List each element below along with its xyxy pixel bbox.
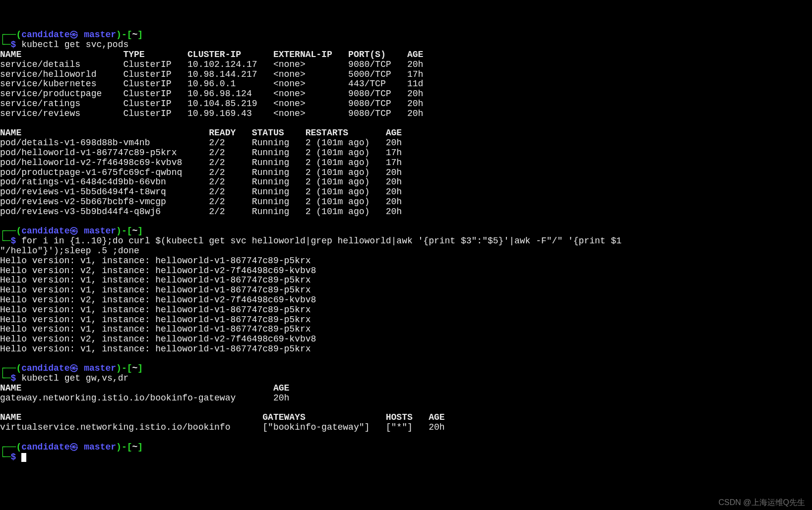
hello-row: Hello version: v2, instance: helloworld-… — [0, 295, 316, 305]
prompt-user: candidate — [21, 442, 69, 452]
prompt-path: ~ — [132, 363, 137, 373]
svc-row: service/kubernetes ClusterIP 10.96.0.1 <… — [0, 79, 423, 89]
swirl-icon: ㉿ — [69, 363, 78, 373]
pod-header: NAME READY STATUS RESTARTS AGE — [0, 128, 402, 138]
cursor-block-icon[interactable] — [21, 453, 26, 462]
gw-header: NAME AGE — [0, 383, 289, 393]
pod-row: pod/reviews-v2-5b667bcbf8-vmcgp 2/2 Runn… — [0, 197, 402, 207]
svc-row: service/ratings ClusterIP 10.104.85.219 … — [0, 99, 423, 109]
hello-row: Hello version: v1, instance: helloworld-… — [0, 324, 311, 334]
pod-row: pod/details-v1-698d88b-vm4nb 2/2 Running… — [0, 138, 402, 148]
prompt-user: candidate — [21, 363, 69, 373]
prompt-close: ) — [116, 226, 122, 236]
prompt-sep-open: -[ — [122, 30, 132, 40]
pod-row: pod/helloworld-v1-867747c89-p5krx 2/2 Ru… — [0, 148, 402, 158]
prompt-dollar: $ — [11, 236, 22, 246]
prompt-host: master — [78, 226, 116, 236]
svc-row: service/reviews ClusterIP 10.99.169.43 <… — [0, 109, 423, 118]
svc-row: service/helloworld ClusterIP 10.98.144.2… — [0, 69, 423, 79]
prompt-path: ~ — [132, 226, 137, 236]
prompt-corner-bot: └─ — [0, 236, 11, 246]
prompt-host: master — [78, 442, 116, 452]
prompt-close: ) — [116, 30, 122, 40]
pod-row: pod/helloworld-v2-7f46498c69-kvbv8 2/2 R… — [0, 158, 402, 168]
prompt-dollar: $ — [11, 452, 22, 462]
prompt-user: candidate — [21, 226, 69, 236]
hello-row: Hello version: v1, instance: helloworld-… — [0, 256, 311, 266]
prompt-corner-top: ┌── — [0, 363, 16, 373]
vs-header: NAME GATEWAYS HOSTS AGE — [0, 412, 445, 422]
svc-row: service/productpage ClusterIP 10.96.98.1… — [0, 89, 423, 99]
prompt-corner-bot: └─ — [0, 373, 11, 383]
hello-row: Hello version: v1, instance: helloworld-… — [0, 305, 311, 315]
command-2-line2: "/hello"}');sleep .5 ;done — [0, 246, 139, 256]
prompt-sep-open: -[ — [122, 226, 132, 236]
pod-row: pod/productpage-v1-675fc69cf-qwbnq 2/2 R… — [0, 168, 402, 177]
prompt-host: master — [78, 30, 116, 40]
prompt-open: ( — [16, 363, 21, 373]
watermark-text: CSDN @上海运维Q先生 — [719, 498, 805, 507]
prompt-sep-close: ] — [137, 226, 143, 236]
prompt-close: ) — [116, 363, 122, 373]
prompt-corner-top: ┌── — [0, 30, 16, 40]
prompt-sep-open: -[ — [122, 442, 132, 452]
prompt-open: ( — [16, 442, 21, 452]
prompt-open: ( — [16, 30, 21, 40]
prompt-corner-bot: └─ — [0, 452, 11, 462]
prompt-sep-close: ] — [137, 442, 143, 452]
hello-row: Hello version: v1, instance: helloworld-… — [0, 275, 311, 285]
terminal-output[interactable]: ┌──(candidate㉿ master)-[~] └─$ kubectl g… — [0, 29, 812, 462]
gw-row: gateway.networking.istio.io/bookinfo-gat… — [0, 393, 289, 403]
swirl-icon: ㉿ — [69, 442, 78, 452]
swirl-icon: ㉿ — [69, 30, 78, 40]
prompt-close: ) — [116, 442, 122, 452]
svc-header: NAME TYPE CLUSTER-IP EXTERNAL-IP PORT(S)… — [0, 50, 423, 59]
prompt-sep-close: ] — [137, 30, 143, 40]
prompt-sep-close: ] — [137, 363, 143, 373]
hello-row: Hello version: v2, instance: helloworld-… — [0, 334, 316, 344]
prompt-corner-bot: └─ — [0, 40, 11, 50]
hello-row: Hello version: v1, instance: helloworld-… — [0, 315, 311, 325]
prompt-host: master — [78, 363, 116, 373]
hello-row: Hello version: v1, instance: helloworld-… — [0, 344, 311, 354]
prompt-path: ~ — [132, 442, 137, 452]
pod-row: pod/reviews-v1-5b5d6494f4-t8wrq 2/2 Runn… — [0, 187, 402, 197]
hello-row: Hello version: v2, instance: helloworld-… — [0, 266, 316, 276]
command-2-line1: for i in {1..10};do curl $(kubectl get s… — [21, 236, 622, 246]
command-1: kubectl get svc,pods — [21, 40, 128, 50]
hello-row: Hello version: v1, instance: helloworld-… — [0, 285, 311, 295]
svc-row: service/details ClusterIP 10.102.124.17 … — [0, 59, 423, 69]
vs-row: virtualservice.networking.istio.io/booki… — [0, 422, 445, 432]
prompt-open: ( — [16, 226, 21, 236]
prompt-dollar: $ — [11, 373, 22, 383]
prompt-sep-open: -[ — [122, 363, 132, 373]
prompt-path: ~ — [132, 30, 137, 40]
pod-row: pod/ratings-v1-6484c4d9bb-66vbn 2/2 Runn… — [0, 177, 402, 187]
prompt-user: candidate — [21, 30, 69, 40]
prompt-dollar: $ — [11, 40, 22, 50]
prompt-corner-top: ┌── — [0, 226, 16, 236]
pod-row: pod/reviews-v3-5b9bd44f4-q8wj6 2/2 Runni… — [0, 207, 402, 217]
command-3: kubectl get gw,vs,dr — [21, 373, 128, 383]
prompt-corner-top: ┌── — [0, 442, 16, 452]
swirl-icon: ㉿ — [69, 226, 78, 236]
